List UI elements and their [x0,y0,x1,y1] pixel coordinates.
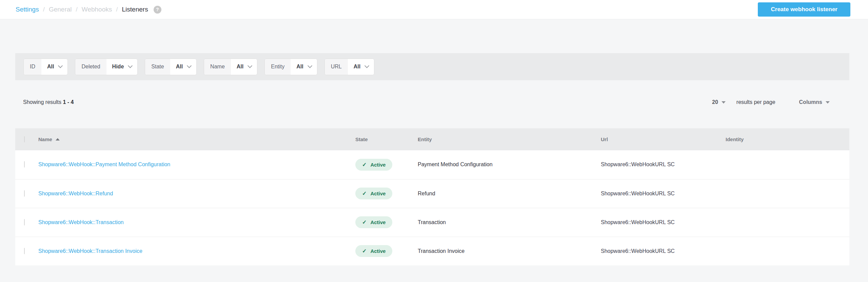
identity-cell [726,237,849,265]
select-all-checkbox[interactable] [24,136,25,143]
check-icon: ✓ [362,219,367,225]
row-checkbox[interactable] [24,219,25,225]
check-icon: ✓ [362,190,367,197]
dropdown-arrow-icon [826,101,830,104]
status-badge: ✓ Active [355,245,392,257]
column-header-state: State [355,128,418,150]
filter-value: All [41,59,67,75]
filter-value: All [291,59,317,75]
filter-value: Hide [106,59,138,75]
filter-chip-entity[interactable]: Entity All [264,59,317,75]
breadcrumb-general: General [49,6,72,13]
row-checkbox[interactable] [24,190,25,197]
sort-ascending-icon [56,138,60,140]
entity-cell: Payment Method Configuration [418,150,601,179]
column-header-name[interactable]: Name [38,136,60,142]
url-cell: Shopware6::WebHookURL SC [601,237,726,265]
url-cell: Shopware6::WebHookURL SC [601,208,726,237]
filter-value: All [170,59,196,75]
entity-cell: Transaction Invoice [418,237,601,265]
create-webhook-listener-button[interactable]: Create webhook listener [758,2,850,17]
breadcrumb-separator: / [116,6,118,13]
dropdown-arrow-icon [722,101,726,104]
breadcrumb-listeners: Listeners [122,6,148,13]
status-badge: ✓ Active [355,188,392,199]
table-row: Shopware6::WebHook::Refund ✓ Active Refu… [15,179,849,208]
column-header-identity: Identity [726,128,849,150]
identity-cell [726,208,849,237]
results-bar: Showing results 1 - 4 20 results per pag… [15,98,849,107]
per-page-dropdown[interactable]: 20 [712,99,726,105]
filter-chip-id[interactable]: ID All [23,59,68,75]
table-row: Shopware6::WebHook::Transaction Invoice … [15,237,849,265]
listener-name-link[interactable]: Shopware6::WebHook::Transaction Invoice [38,248,142,254]
filter-chip-state[interactable]: State All [145,59,197,75]
chevron-down-icon [187,63,192,68]
filter-chip-url[interactable]: URL All [324,59,374,75]
row-checkbox[interactable] [24,161,25,168]
listener-name-link[interactable]: Shopware6::WebHook::Transaction [38,219,124,225]
chevron-down-icon [364,63,369,68]
entity-cell: Transaction [418,208,601,237]
filter-label: Name [204,59,231,75]
status-badge: ✓ Active [355,216,392,228]
showing-results-text: Showing results 1 - 4 [15,99,74,105]
results-range: 1 - 4 [63,99,74,105]
listener-name-link[interactable]: Shopware6::WebHook::Refund [38,191,113,196]
column-header-entity: Entity [418,128,601,150]
filter-chip-name[interactable]: Name All [204,59,257,75]
listeners-table: Name State Entity Url Identity Shopware6… [15,128,849,265]
check-icon: ✓ [362,248,367,254]
table-row: Shopware6::WebHook::Transaction ✓ Active… [15,208,849,237]
filter-label: URL [325,59,348,75]
url-cell: Shopware6::WebHookURL SC [601,179,726,208]
listener-name-link[interactable]: Shopware6::WebHook::Payment Method Confi… [38,161,170,167]
table-row: Shopware6::WebHook::Payment Method Confi… [15,150,849,179]
breadcrumb: Settings / General / Webhooks / Listener… [16,6,161,14]
breadcrumb-separator: / [43,6,45,13]
filter-chip-deleted[interactable]: Deleted Hide [75,59,138,75]
chevron-down-icon [248,63,252,68]
row-checkbox[interactable] [24,248,25,254]
status-badge: ✓ Active [355,159,392,171]
chevron-down-icon [58,63,63,68]
filter-label: Deleted [75,59,106,75]
page-content: ID All Deleted Hide State All Name All E… [0,53,868,265]
check-icon: ✓ [362,161,367,168]
breadcrumb-separator: / [76,6,78,13]
identity-cell [726,179,849,208]
table-header-row: Name State Entity Url Identity [15,128,849,150]
identity-cell [726,150,849,179]
url-cell: Shopware6::WebHookURL SC [601,150,726,179]
filter-bar: ID All Deleted Hide State All Name All E… [15,53,849,80]
per-page-value: 20 [712,99,718,105]
filter-value: All [231,59,257,75]
breadcrumb-settings[interactable]: Settings [16,6,39,13]
per-page-label: results per page [736,99,775,105]
help-icon[interactable]: ? [154,6,161,14]
filter-label: Entity [265,59,291,75]
breadcrumb-webhooks: Webhooks [82,6,112,13]
filter-value: All [348,59,374,75]
column-header-url: Url [601,128,726,150]
filter-label: State [145,59,170,75]
chevron-down-icon [128,63,133,68]
results-controls: 20 results per page Columns [712,99,849,105]
entity-cell: Refund [418,179,601,208]
filter-label: ID [24,59,41,75]
columns-dropdown[interactable]: Columns [799,99,830,105]
chevron-down-icon [308,63,312,68]
topbar: Settings / General / Webhooks / Listener… [0,0,868,19]
